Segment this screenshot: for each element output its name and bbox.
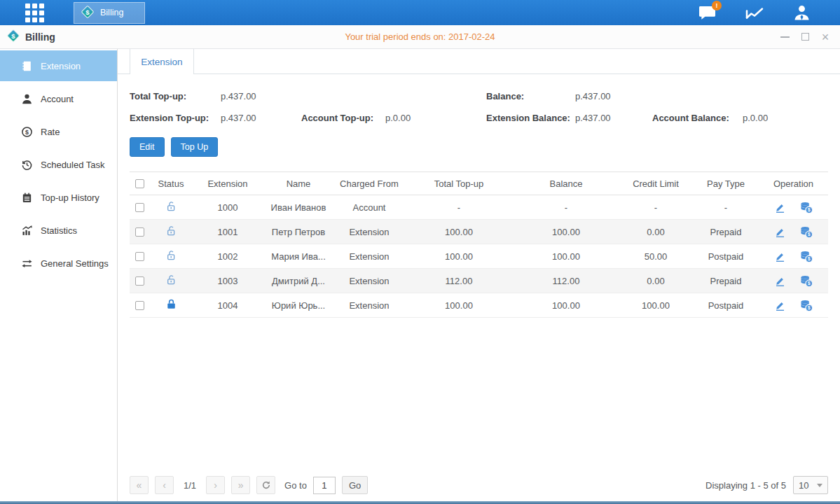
status-unlocked-icon (149, 249, 193, 264)
prev-page-button[interactable]: ‹ (155, 476, 174, 494)
sidebar-item-rate[interactable]: $Rate (0, 116, 117, 147)
page-size-select[interactable]: 10 (793, 476, 828, 494)
user-icon[interactable] (793, 4, 811, 22)
svg-text:$: $ (808, 232, 811, 237)
account-topup-label: Account Top-up: (301, 113, 385, 123)
notification-badge: ! (712, 1, 722, 10)
tab-extension[interactable]: Extension (130, 49, 194, 74)
summary-row-2: Extension Top-up: p.437.00 Account Top-u… (130, 107, 828, 129)
name-cell: Дмитрий Д... (263, 276, 334, 286)
charged-from-cell: Extension (334, 276, 404, 286)
sidebar-item-label: Top-up History (41, 192, 99, 203)
topup-coins-icon[interactable]: $ (799, 201, 813, 214)
go-button[interactable]: Go (342, 476, 368, 494)
tab-bar: Extension (118, 49, 840, 74)
refresh-icon[interactable] (256, 476, 275, 494)
balance-cell: 100.00 (514, 300, 619, 311)
close-button[interactable]: × (820, 32, 830, 42)
sidebar: ExtensionAccount$RateScheduled TaskTop-u… (0, 49, 118, 501)
edit-pencil-icon[interactable] (774, 275, 786, 287)
topup-history-icon (20, 191, 33, 204)
extension-cell: 1002 (193, 251, 263, 262)
sidebar-item-scheduled-task[interactable]: Scheduled Task (0, 149, 117, 180)
pay-type-cell: - (693, 202, 759, 213)
sidebar-item-account[interactable]: Account (0, 83, 117, 114)
pay-type-cell: Prepaid (693, 227, 759, 237)
next-page-button[interactable]: › (206, 476, 225, 494)
topbar-tab-billing[interactable]: $ Billing (74, 2, 145, 24)
charged-from-cell: Extension (334, 227, 404, 237)
edit-button[interactable]: Edit (130, 137, 165, 157)
general-settings-icon (20, 257, 33, 270)
billing-diamond-icon: $ (81, 5, 95, 21)
topup-coins-icon[interactable]: $ (799, 299, 813, 312)
select-all-checkbox[interactable] (135, 179, 144, 188)
credit-limit-cell: 0.00 (619, 227, 693, 237)
row-checkbox[interactable] (135, 203, 144, 212)
name-cell: Мария Ива... (263, 251, 334, 262)
total-topup-cell: 100.00 (404, 227, 514, 237)
goto-label: Go to (284, 480, 307, 491)
table-row: 1002Мария Ива...Extension100.00100.0050.… (130, 244, 828, 269)
extension-balance-label: Extension Balance: (486, 113, 575, 123)
window-titlebar: $ Billing Your trial period ends on: 201… (0, 25, 840, 49)
topup-coins-icon[interactable]: $ (799, 274, 813, 288)
sidebar-item-label: General Settings (41, 258, 109, 269)
svg-text:$: $ (808, 256, 811, 262)
column-header: Name (263, 178, 334, 189)
edit-pencil-icon[interactable] (774, 226, 786, 238)
name-cell: Иван Иванов (263, 202, 334, 213)
account-balance-label: Account Balance: (652, 113, 743, 123)
pay-type-cell: Prepaid (693, 276, 759, 286)
billing-diamond-icon: $ (6, 29, 20, 45)
apps-grid-icon[interactable] (25, 4, 44, 22)
column-header: Status (149, 178, 193, 189)
window-bottom-border (0, 501, 840, 504)
row-checkbox[interactable] (135, 301, 144, 310)
edit-pencil-icon[interactable] (774, 251, 786, 262)
topbar-tab-label: Billing (100, 8, 123, 18)
sidebar-item-label: Account (41, 94, 74, 104)
window-title: $ Billing (6, 29, 55, 45)
statistics-chart-icon[interactable] (744, 4, 765, 21)
credit-limit-cell: - (619, 202, 693, 213)
name-cell: Петр Петров (263, 227, 334, 237)
edit-pencil-icon[interactable] (774, 202, 786, 214)
table-row: 1001Петр ПетровExtension100.00100.000.00… (130, 220, 828, 244)
minimize-button[interactable] (780, 32, 790, 42)
top-up-button[interactable]: Top Up (171, 137, 219, 157)
extension-balance-value: p.437.00 (575, 113, 652, 123)
status-unlocked-icon (149, 274, 193, 288)
extension-table: StatusExtensionNameCharged FromTotal Top… (130, 172, 828, 318)
total-topup-cell: 100.00 (404, 300, 514, 311)
charged-from-cell: Extension (334, 251, 404, 262)
sidebar-item-statistics[interactable]: Statistics (0, 215, 117, 246)
chevron-down-icon (817, 484, 822, 487)
svg-text:$: $ (11, 32, 15, 40)
trial-notice: Your trial period ends on: 2017-02-24 (0, 31, 840, 42)
extension-topup-value: p.437.00 (221, 113, 301, 123)
name-cell: Юрий Юрь... (263, 300, 334, 311)
row-checkbox[interactable] (135, 276, 144, 286)
column-header: Operation (759, 178, 828, 189)
goto-page-input[interactable] (313, 477, 336, 494)
row-checkbox[interactable] (135, 252, 144, 261)
status-unlocked-icon (149, 200, 193, 215)
sidebar-item-extension[interactable]: Extension (0, 50, 117, 81)
last-page-button[interactable]: » (231, 476, 250, 494)
edit-pencil-icon[interactable] (774, 300, 786, 312)
column-header: Extension (193, 178, 263, 189)
topup-coins-icon[interactable]: $ (799, 225, 813, 239)
table-row: 1000Иван ИвановAccount----$ (130, 195, 828, 220)
maximize-button[interactable] (800, 32, 810, 42)
topup-coins-icon[interactable]: $ (799, 250, 813, 263)
pay-type-cell: Postpaid (693, 300, 759, 311)
sidebar-item-general-settings[interactable]: General Settings (0, 248, 117, 279)
row-checkbox[interactable] (135, 227, 144, 237)
status-locked-icon (149, 298, 193, 313)
sidebar-item-label: Scheduled Task (41, 160, 105, 170)
sidebar-item-top-up-history[interactable]: Top-up History (0, 182, 117, 213)
first-page-button[interactable]: « (130, 476, 149, 494)
messages-icon[interactable]: ! (698, 5, 716, 21)
extension-topup-label: Extension Top-up: (130, 113, 221, 123)
